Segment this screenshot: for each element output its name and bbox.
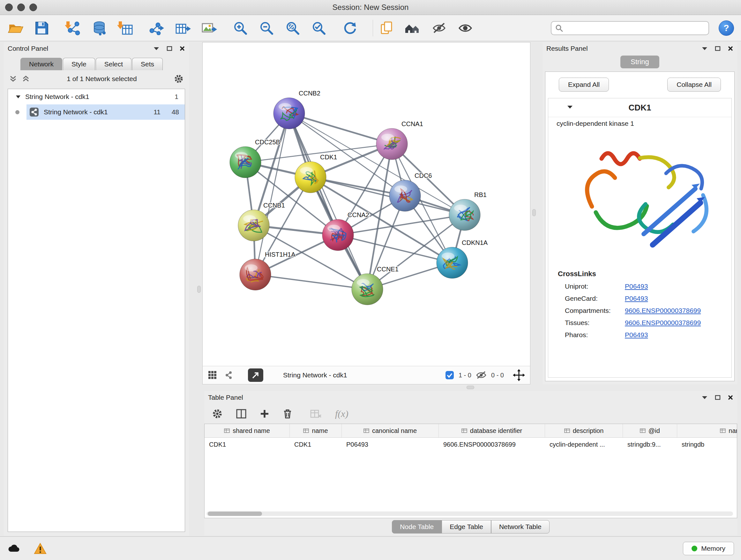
float-results-panel-icon[interactable] (715, 46, 721, 51)
show-columns-icon[interactable] (236, 409, 246, 419)
collapse-all-networks-icon[interactable] (9, 75, 17, 83)
table-cell[interactable]: cyclin-dependent ... (545, 438, 623, 451)
tab-edge-table[interactable]: Edge Table (442, 520, 491, 534)
network-canvas[interactable]: CCNB2CCNA1CDC25BCDK1CDC6RB1CCNB1CCNA2CDK… (203, 43, 530, 366)
network-edge-ccnb2-hist1h1a[interactable] (255, 113, 289, 274)
tab-style[interactable]: Style (63, 58, 95, 70)
cloud-icon[interactable] (7, 543, 21, 554)
collapse-results-panel-icon[interactable] (701, 46, 708, 51)
table-cell[interactable]: P06493 (342, 438, 439, 451)
minimize-window-button[interactable] (17, 3, 25, 11)
column-header-shared-name[interactable]: shared name (205, 424, 290, 437)
import-network-file-button[interactable] (64, 19, 82, 37)
warning-icon[interactable] (34, 543, 47, 554)
close-table-panel-icon[interactable] (728, 395, 733, 400)
network-row-selected[interactable]: String Network - cdk1 11 48 (26, 105, 185, 120)
network-node-ccnb2[interactable] (273, 98, 305, 129)
tab-node-table[interactable]: Node Table (392, 520, 442, 534)
create-column-plus-icon[interactable] (260, 409, 269, 419)
zoom-in-button[interactable] (232, 19, 249, 37)
protein-section-header[interactable]: CDK1 (548, 98, 731, 117)
copy-button[interactable] (378, 19, 395, 37)
hide-graphics-details-button[interactable] (430, 19, 448, 37)
zoom-selected-button[interactable] (310, 19, 327, 37)
delete-column-trash-icon[interactable] (283, 409, 292, 419)
show-grid-icon[interactable] (208, 370, 217, 380)
column-header--id[interactable]: @id (623, 424, 677, 437)
memory-button[interactable]: Memory (683, 542, 734, 555)
zoom-out-button[interactable] (258, 19, 275, 37)
hidden-items-eye-icon[interactable] (476, 371, 487, 380)
fit-selected-crosshair-icon[interactable] (513, 369, 525, 381)
tab-select[interactable]: Select (96, 58, 131, 70)
close-results-panel-icon[interactable] (728, 46, 733, 51)
column-header-name[interactable]: name (290, 424, 342, 437)
import-network-database-button[interactable] (91, 19, 108, 37)
import-table-button[interactable] (117, 19, 134, 37)
collapse-all-button[interactable]: Collapse All (667, 78, 721, 91)
network-node-cdc6[interactable] (389, 180, 421, 211)
maximize-window-button[interactable] (29, 3, 37, 11)
tab-network[interactable]: Network (20, 58, 62, 70)
save-session-button[interactable] (33, 19, 51, 37)
tree-expander-icon[interactable] (16, 95, 21, 99)
right-splitter-handle[interactable] (532, 209, 536, 216)
crosslink-link[interactable]: P06493 (625, 283, 648, 290)
column-header-canonical-name[interactable]: canonical name (342, 424, 439, 437)
table-cell[interactable]: 9606.ENSP00000378699 (439, 438, 545, 451)
network-birdseye-icon[interactable] (224, 370, 233, 380)
home-button[interactable] (404, 19, 421, 37)
column-header-description[interactable]: description (545, 424, 623, 437)
network-row[interactable]: String Network - cdk1 11 48 (8, 105, 185, 120)
table-cell[interactable]: CDK1 (290, 438, 342, 451)
table-cell[interactable]: stringdb:9... (623, 438, 677, 451)
search-box[interactable] (551, 21, 709, 35)
close-window-button[interactable] (5, 3, 13, 11)
crosslink-link[interactable]: 9606.ENSP00000378699 (625, 319, 701, 327)
table-cell[interactable]: stringdb (677, 438, 737, 451)
open-in-browser-button[interactable] (248, 368, 263, 382)
crosslink-link[interactable]: 9606.ENSP00000378699 (625, 307, 701, 314)
float-panel-icon[interactable] (166, 46, 172, 51)
column-header-database-identifier[interactable]: database identifier (439, 424, 545, 437)
crosslink-link[interactable]: P06493 (625, 295, 648, 302)
expand-all-button[interactable]: Expand All (559, 78, 609, 91)
export-image-button[interactable] (200, 19, 218, 37)
network-edge-hist1h1a-ccne1[interactable] (255, 274, 367, 289)
tab-string[interactable]: String (620, 56, 659, 68)
apply-layout-button[interactable] (341, 19, 359, 37)
selected-items-checkbox-icon[interactable] (445, 371, 454, 380)
left-splitter-handle[interactable] (197, 286, 201, 293)
tab-network-table[interactable]: Network Table (491, 520, 549, 534)
node-label-ccnb2: CCNB2 (299, 90, 320, 97)
collapse-table-panel-icon[interactable] (701, 395, 708, 400)
table-horizontal-scrollbar[interactable] (206, 511, 733, 516)
collapse-panel-icon[interactable] (153, 46, 159, 51)
open-session-button[interactable] (7, 19, 24, 37)
protein-collapse-caret-icon[interactable] (567, 105, 573, 109)
network-node-rb1[interactable] (449, 199, 480, 231)
crosslink-link[interactable]: P06493 (625, 331, 648, 339)
network-edge-ccnb2-ccne1[interactable] (289, 113, 367, 289)
float-table-panel-icon[interactable] (715, 395, 721, 400)
network-node-hist1h1a[interactable] (240, 259, 271, 290)
tab-sets[interactable]: Sets (132, 58, 163, 70)
search-input[interactable] (566, 24, 704, 32)
network-collection-row[interactable]: String Network - cdk1 1 (8, 89, 185, 105)
network-options-gear-icon[interactable] (174, 74, 184, 84)
table-cell[interactable]: CDK1 (205, 438, 290, 451)
export-table-button[interactable] (174, 19, 192, 37)
expand-all-networks-icon[interactable] (22, 75, 30, 83)
column-header-namespace[interactable]: namespace (677, 424, 737, 437)
show-graphics-details-button[interactable] (457, 19, 474, 37)
table-row[interactable]: CDK1CDK1P064939606.ENSP00000378699cyclin… (205, 438, 737, 451)
network-edge-ccnb2-ccna1[interactable] (289, 113, 392, 144)
zoom-fit-button[interactable] (284, 19, 301, 37)
bottom-splitter-handle[interactable] (467, 386, 474, 389)
export-network-button[interactable] (148, 19, 165, 37)
help-button[interactable]: ? (719, 20, 734, 36)
scrollbar-thumb[interactable] (208, 511, 262, 516)
table-options-gear-icon[interactable] (212, 408, 223, 419)
close-panel-icon[interactable] (179, 46, 185, 51)
network-node-cdk1[interactable] (295, 162, 326, 193)
